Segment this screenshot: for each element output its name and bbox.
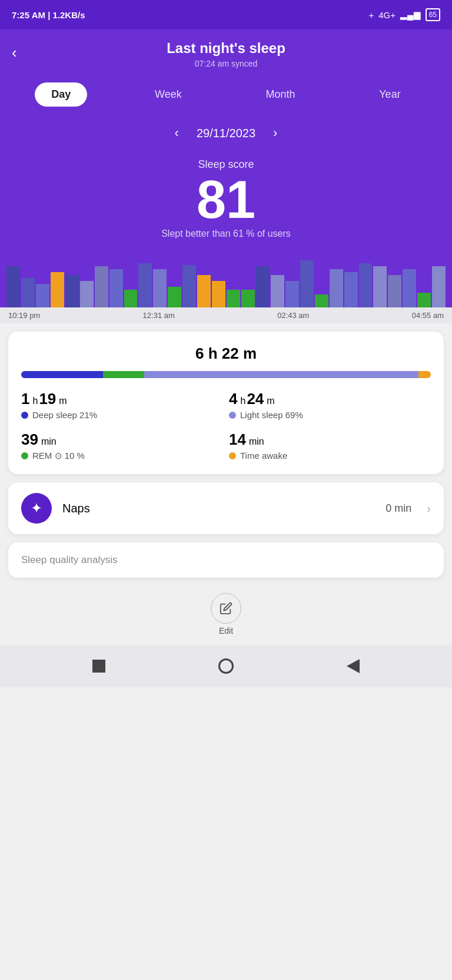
chart-bar xyxy=(36,284,49,307)
chart-bar xyxy=(359,263,373,307)
chart-bars xyxy=(0,260,452,307)
sleep-chart xyxy=(0,249,452,307)
chart-bar xyxy=(182,265,196,307)
stat-light-sleep: 4 h 24 m Light sleep 69% xyxy=(229,390,431,420)
rem-dot xyxy=(21,452,28,459)
tab-month[interactable]: Month xyxy=(250,82,312,107)
awake-value: 14 min xyxy=(229,431,431,449)
naps-card-inner: ✦ Naps 0 min › xyxy=(8,482,444,534)
stat-rem: 39 min REM ⊙ 10 % xyxy=(21,431,223,461)
chart-bar-awake xyxy=(212,281,225,307)
rem-label: REM ⊙ 10 % xyxy=(21,451,223,461)
chart-bar-rem xyxy=(241,290,255,307)
deep-sleep-dot xyxy=(21,412,28,419)
sleep-duration-card: 6 h 22 m 1 h 19 m Deep sleep 21% 4 h xyxy=(8,332,444,474)
chart-bar xyxy=(373,266,387,307)
chart-bar xyxy=(256,266,270,307)
status-bar: 7:25 AM | 1.2KB/s + 4G+ ▂▄▆ 65 xyxy=(0,0,452,29)
nav-circle-icon xyxy=(218,658,234,674)
chart-bar xyxy=(271,275,284,307)
signal-bars-icon: ▂▄▆ xyxy=(400,9,421,20)
tab-bar: Day Week Month Year xyxy=(0,75,452,117)
deep-sleep-label: Deep sleep 21% xyxy=(21,410,223,420)
chart-bar xyxy=(109,269,123,307)
chart-bar xyxy=(6,266,20,307)
tab-year[interactable]: Year xyxy=(363,82,417,107)
progress-deep xyxy=(21,371,103,378)
sleep-quality-label: Sleep quality analysis xyxy=(21,554,117,565)
naps-card[interactable]: ✦ Naps 0 min › xyxy=(8,482,444,534)
chart-bar xyxy=(432,266,446,307)
chart-bar xyxy=(21,278,35,307)
chart-bar xyxy=(285,281,299,307)
time-label-2: 12:31 am xyxy=(143,311,175,320)
stat-deep-sleep: 1 h 19 m Deep sleep 21% xyxy=(21,390,223,420)
signal-icon: 4G+ xyxy=(378,10,396,20)
sleep-score-label: Sleep score xyxy=(0,158,452,171)
sleep-stats-grid: 1 h 19 m Deep sleep 21% 4 h 24 m Light s… xyxy=(21,390,431,461)
chart-bar-rem xyxy=(417,293,431,307)
status-icons: + 4G+ ▂▄▆ 65 xyxy=(368,8,440,21)
naps-label: Naps xyxy=(62,502,375,515)
sleep-score-value: 81 xyxy=(0,173,452,226)
nav-home-button[interactable] xyxy=(215,655,237,677)
edit-button[interactable] xyxy=(211,593,241,624)
date-navigator: ‹ 29/11/2023 › xyxy=(0,117,452,147)
light-sleep-dot xyxy=(229,412,236,419)
chart-bar xyxy=(95,266,108,307)
naps-chevron-icon: › xyxy=(427,502,431,515)
header: ‹ Last night's sleep 07:24 am synced xyxy=(0,29,452,75)
edit-bar: Edit xyxy=(0,586,452,640)
time-label-3: 02:43 am xyxy=(277,311,309,320)
stat-time-awake: 14 min Time awake xyxy=(229,431,431,461)
chart-bar-awake xyxy=(197,275,211,307)
tab-week[interactable]: Week xyxy=(138,82,198,107)
light-sleep-value: 4 h 24 m xyxy=(229,390,431,408)
sync-time: 07:24 am synced xyxy=(35,59,417,68)
sleep-quality-card[interactable]: Sleep quality analysis xyxy=(8,542,444,578)
bluetooth-icon: + xyxy=(368,10,374,20)
light-sleep-label: Light sleep 69% xyxy=(229,410,431,420)
chart-bar xyxy=(138,263,152,307)
naps-value: 0 min xyxy=(385,502,411,515)
deep-sleep-value: 1 h 19 m xyxy=(21,390,223,408)
chart-bar-rem xyxy=(168,287,181,307)
chart-bar xyxy=(403,269,416,307)
chart-bar xyxy=(153,269,167,307)
awake-dot xyxy=(229,452,236,459)
back-button[interactable]: ‹ xyxy=(12,44,17,62)
awake-label: Time awake xyxy=(229,451,431,461)
prev-date-button[interactable]: ‹ xyxy=(175,125,179,141)
chart-bar xyxy=(80,281,94,307)
tab-day[interactable]: Day xyxy=(35,82,87,107)
bottom-nav xyxy=(0,645,452,687)
battery-icon: 65 xyxy=(426,8,440,21)
page-title: Last night's sleep xyxy=(35,40,417,57)
chart-bar-rem xyxy=(227,290,240,307)
progress-awake xyxy=(418,371,431,378)
chart-time-labels: 10:19 pm 12:31 am 02:43 am 04:55 am xyxy=(0,307,452,323)
sleep-duration-title: 6 h 22 m xyxy=(21,345,431,363)
status-time-network: 7:25 AM | 1.2KB/s xyxy=(12,10,85,20)
chart-bar xyxy=(330,269,343,307)
time-label-4: 04:55 am xyxy=(412,311,444,320)
chart-bar xyxy=(344,272,358,307)
nav-back-button[interactable] xyxy=(343,655,364,677)
sleep-score-description: Slept better than 61 % of users xyxy=(0,229,452,249)
nav-square-icon xyxy=(92,660,105,673)
rem-value: 39 min xyxy=(21,431,223,449)
progress-rem xyxy=(103,371,144,378)
chart-bar xyxy=(300,260,314,307)
naps-icon: ✦ xyxy=(21,493,52,524)
sleep-progress-bar xyxy=(21,371,431,378)
current-date: 29/11/2023 xyxy=(197,127,255,140)
sleep-score-section: Sleep score 81 Slept better than 61 % of… xyxy=(0,147,452,249)
edit-label: Edit xyxy=(219,626,233,635)
chart-bar xyxy=(388,275,401,307)
nav-square-button[interactable] xyxy=(88,655,109,677)
time-label-1: 10:19 pm xyxy=(8,311,40,320)
chart-bar-awake xyxy=(51,272,64,307)
chart-bar-rem xyxy=(124,290,138,307)
next-date-button[interactable]: › xyxy=(273,125,277,141)
chart-bar xyxy=(65,275,79,307)
